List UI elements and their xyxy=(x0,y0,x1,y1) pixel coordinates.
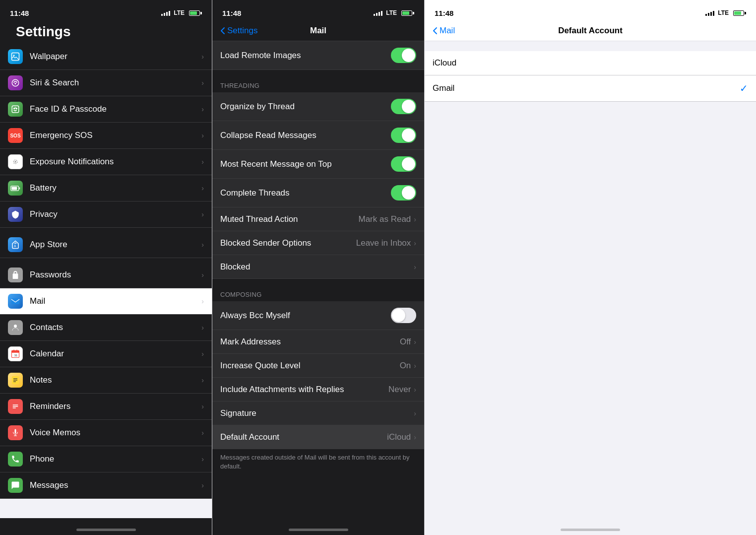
most-recent-label: Most Recent Message on Top xyxy=(220,159,391,169)
increase-quote-label: Increase Quote Level xyxy=(220,361,400,371)
svg-rect-13 xyxy=(11,298,19,304)
blocked-item[interactable]: Blocked › xyxy=(212,255,424,279)
svg-point-8 xyxy=(15,161,16,163)
notes-chevron: › xyxy=(201,376,204,384)
muted-thread-item[interactable]: Muted Thread Action Mark as Read › xyxy=(212,207,424,231)
sidebar-item-reminders[interactable]: Reminders › xyxy=(0,394,212,420)
sidebar-item-phone[interactable]: Phone › xyxy=(0,446,212,472)
svg-point-5 xyxy=(14,108,15,109)
blocked-sender-item[interactable]: Blocked Sender Options Leave in Inbox › xyxy=(212,231,424,255)
increase-quote-value: On xyxy=(400,361,411,371)
lte-label-1: LTE xyxy=(174,9,185,16)
battery-icon-1 xyxy=(189,10,202,16)
sidebar-item-messages[interactable]: Messages › xyxy=(0,472,212,499)
svg-text:A: A xyxy=(14,244,16,248)
sidebar-item-exposure[interactable]: Exposure Notifications › xyxy=(0,149,212,175)
nav-back-label: Settings xyxy=(227,26,257,36)
mark-addresses-item[interactable]: Mark Addresses Off › xyxy=(212,330,424,354)
sidebar-item-mail[interactable]: Mail › xyxy=(0,288,212,315)
bar4 xyxy=(169,11,170,16)
signature-item[interactable]: Signature › xyxy=(212,401,424,425)
include-attachments-chevron: › xyxy=(414,386,416,394)
always-bcc-item[interactable]: Always Bcc Myself xyxy=(212,301,424,330)
gmail-label: Gmail xyxy=(433,83,740,93)
wallpaper-icon xyxy=(8,49,23,64)
bar2 xyxy=(164,13,165,16)
sidebar-item-calendar[interactable]: 31 Calendar › xyxy=(0,341,212,367)
mail-chevron: › xyxy=(201,297,204,305)
load-remote-item[interactable]: Load Remote Images xyxy=(212,41,424,70)
signal-bars-2 xyxy=(374,10,382,16)
gmail-account-item[interactable]: Gmail ✓ xyxy=(425,75,756,102)
status-time-1: 11:48 xyxy=(10,9,29,17)
increase-quote-item[interactable]: Increase Quote Level On › xyxy=(212,354,424,378)
sidebar-item-privacy[interactable]: Privacy › xyxy=(0,201,212,228)
always-bcc-toggle[interactable] xyxy=(391,308,416,323)
sidebar-item-faceid[interactable]: Face ID & Passcode › xyxy=(0,96,212,123)
include-attachments-item[interactable]: Include Attachments with Replies Never › xyxy=(212,378,424,401)
collapse-read-toggle[interactable] xyxy=(391,128,416,143)
collapse-read-item[interactable]: Collapse Read Messages xyxy=(212,121,424,150)
calendar-icon: 31 xyxy=(8,346,23,361)
calendar-chevron: › xyxy=(201,350,204,358)
phone-icon xyxy=(8,452,23,467)
most-recent-item[interactable]: Most Recent Message on Top xyxy=(212,150,424,179)
p2-bar1 xyxy=(374,14,375,16)
voicememos-icon xyxy=(8,425,23,440)
battery-icon-3 xyxy=(733,10,746,16)
most-recent-toggle[interactable] xyxy=(391,156,416,172)
complete-threads-toggle[interactable] xyxy=(391,185,416,201)
exposure-chevron: › xyxy=(201,158,204,166)
notes-label: Notes xyxy=(30,375,201,385)
sos-text: SOS xyxy=(10,133,20,138)
messages-label: Messages xyxy=(30,480,201,490)
battery-tip-1 xyxy=(200,12,202,14)
sidebar-item-siri[interactable]: Siri & Search › xyxy=(0,70,212,96)
reminders-icon xyxy=(8,399,23,414)
account-list: iCloud Gmail ✓ xyxy=(425,41,756,518)
battery-tip-3 xyxy=(745,12,746,14)
home-bar-3 xyxy=(561,529,620,531)
battery-body-3 xyxy=(733,10,744,16)
home-indicator-2 xyxy=(212,518,424,535)
organize-thread-toggle[interactable] xyxy=(391,99,416,114)
load-remote-thumb xyxy=(402,49,415,62)
default-account-value: iCloud xyxy=(387,432,411,442)
battery-label: Battery xyxy=(30,183,201,193)
battery-settings-icon xyxy=(8,181,23,196)
icloud-label: iCloud xyxy=(433,58,748,68)
appstore-label: App Store xyxy=(30,240,201,250)
mail-label: Mail xyxy=(30,296,201,306)
sidebar-item-battery[interactable]: Battery › xyxy=(0,175,212,201)
sidebar-item-passwords[interactable]: Passwords › xyxy=(0,262,212,288)
sidebar-item-contacts[interactable]: Contacts › xyxy=(0,315,212,341)
organize-thread-item[interactable]: Organize by Thread xyxy=(212,92,424,121)
sidebar-item-wallpaper[interactable]: Wallpaper › xyxy=(0,44,212,70)
load-remote-toggle[interactable] xyxy=(391,48,416,63)
complete-threads-item[interactable]: Complete Threads xyxy=(212,179,424,207)
default-account-item[interactable]: Default Account iCloud › xyxy=(212,425,424,449)
default-account-nav-bar: Mail Default Account xyxy=(425,22,756,41)
settings-list: Wallpaper › Siri & Search › Face ID & Pa… xyxy=(0,44,212,518)
sidebar-item-sos[interactable]: SOS Emergency SOS › xyxy=(0,123,212,149)
include-attachments-value: Never xyxy=(388,385,411,395)
passwords-chevron: › xyxy=(201,271,204,279)
complete-threads-thumb xyxy=(402,186,415,200)
svg-text:31: 31 xyxy=(14,354,18,357)
contacts-label: Contacts xyxy=(30,323,201,333)
load-remote-label: Load Remote Images xyxy=(220,51,391,61)
icloud-account-item[interactable]: iCloud xyxy=(425,51,756,75)
signal-bars-1 xyxy=(161,10,170,16)
signature-chevron: › xyxy=(414,409,416,417)
status-bar-3: 11:48 LTE xyxy=(425,0,756,22)
sidebar-item-voicememos[interactable]: Voice Memos › xyxy=(0,420,212,446)
sidebar-item-notes[interactable]: Notes › xyxy=(0,367,212,394)
sos-icon: SOS xyxy=(8,128,23,143)
settings-back-button[interactable]: Settings xyxy=(220,26,257,36)
mail-back-button[interactable]: Mail xyxy=(433,26,455,36)
collapse-read-label: Collapse Read Messages xyxy=(220,131,391,140)
sep-top xyxy=(212,70,424,74)
status-bar-2: 11:48 LTE xyxy=(212,0,424,22)
status-icons-1: LTE xyxy=(161,9,202,16)
sidebar-item-appstore[interactable]: A App Store › xyxy=(0,232,212,258)
